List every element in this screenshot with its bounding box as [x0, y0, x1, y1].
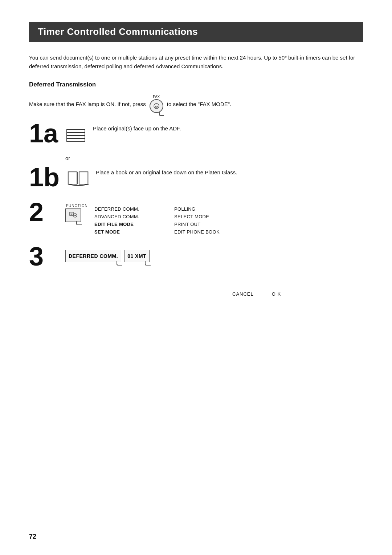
svg-text:✕: ✕ — [70, 213, 73, 215]
svg-rect-2 — [67, 130, 85, 133]
menu-display: DEFERRED COMM. POLLING ADVANCED COMM. SE… — [73, 206, 363, 235]
step-3-content: DEFERRED COMM. 01 XMT — [65, 247, 150, 262]
step-2-content: FUNCTION ✕ — [65, 202, 88, 222]
step-1b: 1b Place a book or an original face down… — [29, 164, 363, 190]
step-3: 3 DEFERRED COMM. 01 XMT — [29, 243, 363, 270]
cancel-button[interactable]: CANCEL — [232, 291, 254, 297]
or-divider: or — [65, 155, 363, 161]
book-platen-icon — [67, 167, 90, 190]
svg-text:ID: ID — [155, 105, 158, 108]
svg-rect-4 — [67, 135, 85, 138]
step-3-display-row: DEFERRED COMM. 01 XMT — [65, 250, 150, 262]
svg-point-12 — [74, 215, 76, 216]
svg-rect-6 — [68, 172, 77, 184]
step-2-number: 2 — [29, 199, 58, 225]
step-1a-number: 1a — [29, 120, 58, 146]
svg-rect-7 — [79, 172, 88, 184]
function-button-wrap: FUNCTION ✕ — [65, 204, 88, 222]
display-xmt: 01 XMT — [124, 250, 150, 262]
step-1a: 1a Place original(s) face up on the ADF. — [29, 120, 363, 146]
page: Timer Controlled Communications You can … — [0, 0, 392, 555]
step-1b-content: Place a book or an original face down on… — [67, 164, 237, 190]
menu-print-out: PRINT OUT — [174, 222, 247, 227]
fax-button-icon: FAX ID — [150, 95, 163, 113]
intro-paragraph: You can send document(s) to one or multi… — [29, 53, 363, 71]
step-1a-text: Place original(s) face up on the ADF. — [93, 125, 181, 133]
menu-deferred-comm: DEFERRED COMM. — [94, 206, 167, 212]
step-1b-number: 1b — [29, 164, 60, 190]
svg-rect-5 — [67, 138, 85, 141]
function-button-icon: ✕ — [65, 208, 81, 222]
menu-edit-phone-book: EDIT PHONE BOOK — [174, 229, 247, 235]
section-title: Deferred Transmission — [29, 81, 363, 88]
step-1b-text: Place a book or an original face down on… — [96, 169, 237, 177]
page-title: Timer Controlled Communications — [29, 22, 363, 42]
menu-set-mode: SET MODE — [94, 229, 167, 235]
step-3-number: 3 — [29, 243, 58, 270]
menu-advanced-comm: ADVANCED COMM. — [94, 214, 167, 219]
page-number: 72 — [29, 533, 36, 540]
menu-polling: POLLING — [174, 206, 247, 212]
cancel-ok-area: CANCEL O K — [232, 291, 363, 297]
display-deferred-comm: DEFERRED COMM. — [65, 250, 121, 262]
svg-rect-3 — [67, 133, 85, 135]
menu-edit-file-mode: EDIT FILE MODE — [94, 222, 167, 227]
document-stack-icon — [65, 123, 87, 145]
fax-lamp-instruction: Make sure that the FAX lamp is ON. If no… — [29, 95, 363, 113]
menu-grid: DEFERRED COMM. POLLING ADVANCED COMM. SE… — [94, 206, 363, 235]
step-1a-content: Place original(s) face up on the ADF. — [65, 120, 181, 145]
ok-button[interactable]: O K — [272, 291, 281, 297]
menu-select-mode: SELECT MODE — [174, 214, 247, 219]
